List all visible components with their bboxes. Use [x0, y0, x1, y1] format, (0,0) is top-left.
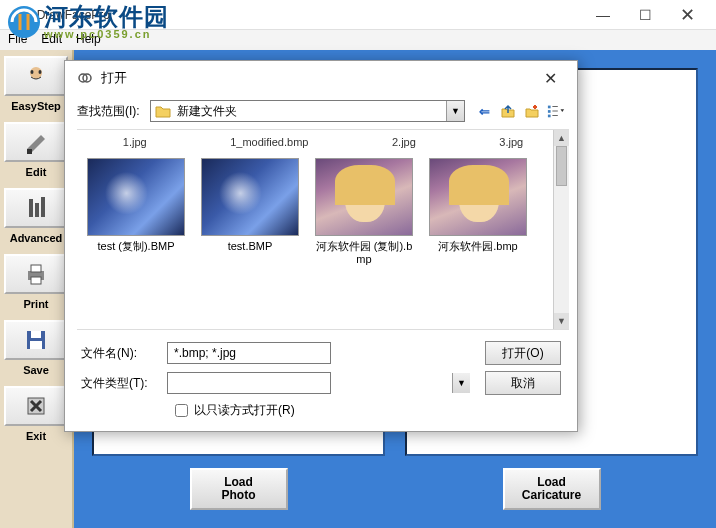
- dialog-icon: [77, 70, 93, 86]
- file-name-partial[interactable]: 1_modified.bmp: [230, 136, 308, 148]
- svg-point-5: [39, 70, 42, 74]
- readonly-checkbox[interactable]: [175, 404, 188, 417]
- load-photo-button[interactable]: LoadPhoto: [190, 468, 288, 510]
- svg-point-1: [12, 9, 20, 17]
- svg-rect-2: [12, 16, 20, 22]
- nav-up-icon[interactable]: [499, 102, 517, 120]
- svg-rect-17: [548, 110, 551, 113]
- file-name: 河东软件园 (复制).bmp: [312, 240, 416, 266]
- menu-bar: File Edit Help: [0, 30, 716, 50]
- file-scrollbar[interactable]: ▲ ▼: [553, 130, 569, 329]
- print-label: Print: [4, 298, 68, 310]
- menu-edit[interactable]: Edit: [41, 32, 62, 48]
- app-icon: [8, 7, 24, 23]
- dialog-titlebar: 打开 ✕: [65, 61, 577, 95]
- file-item[interactable]: 河东软件园 (复制).bmp: [309, 158, 419, 266]
- svg-rect-16: [548, 106, 551, 109]
- svg-rect-9: [31, 277, 41, 284]
- nav-views-icon[interactable]: [547, 102, 565, 120]
- advanced-label: Advanced: [4, 232, 68, 244]
- file-thumbnail: [315, 158, 413, 236]
- app-title: uDrawFacePro: [30, 8, 110, 22]
- filetype-dropdown-arrow-icon[interactable]: ▼: [452, 373, 470, 393]
- file-thumbnail: [201, 158, 299, 236]
- svg-rect-11: [31, 331, 41, 338]
- file-name-partial[interactable]: 2.jpg: [392, 136, 416, 148]
- sidebar: EasyStep Edit Advanced Print Save Exit: [0, 50, 74, 528]
- dropdown-arrow-icon[interactable]: ▼: [446, 101, 464, 121]
- svg-rect-6: [27, 149, 32, 154]
- menu-file[interactable]: File: [8, 32, 27, 48]
- scroll-thumb[interactable]: [556, 146, 567, 186]
- dialog-close-button[interactable]: ✕: [535, 65, 565, 91]
- edit-button[interactable]: [4, 122, 68, 162]
- open-file-dialog: 打开 ✕ 查找范围(I): 新建文件夹 ▼ ⇐ 1.jpg 1_modified…: [64, 60, 578, 432]
- svg-rect-18: [548, 115, 551, 118]
- minimize-button[interactable]: —: [582, 1, 624, 29]
- window-titlebar: uDrawFacePro — ☐ ✕: [0, 0, 716, 30]
- exit-label: Exit: [4, 430, 68, 442]
- easystep-label: EasyStep: [4, 100, 68, 112]
- filename-input[interactable]: [167, 342, 331, 364]
- dialog-title: 打开: [101, 69, 127, 87]
- svg-rect-12: [30, 341, 42, 349]
- file-name: test.BMP: [228, 240, 273, 253]
- menu-help[interactable]: Help: [76, 32, 101, 48]
- advanced-button[interactable]: [4, 188, 68, 228]
- save-label: Save: [4, 364, 68, 376]
- file-item[interactable]: test.BMP: [195, 158, 305, 266]
- exit-button[interactable]: [4, 386, 68, 426]
- file-thumbnail: [87, 158, 185, 236]
- file-name-partial[interactable]: 3.jpg: [499, 136, 523, 148]
- look-in-label: 查找范围(I):: [77, 103, 140, 120]
- file-name-partial[interactable]: 1.jpg: [123, 136, 147, 148]
- current-folder: 新建文件夹: [177, 103, 237, 120]
- save-button[interactable]: [4, 320, 68, 360]
- nav-back-icon[interactable]: ⇐: [475, 102, 493, 120]
- load-caricature-button[interactable]: LoadCaricature: [503, 468, 601, 510]
- file-name: 河东软件园.bmp: [438, 240, 517, 253]
- folder-icon: [155, 104, 171, 118]
- edit-label: Edit: [4, 166, 68, 178]
- svg-point-4: [31, 70, 34, 74]
- close-button[interactable]: ✕: [666, 1, 708, 29]
- svg-rect-8: [31, 265, 41, 272]
- maximize-button[interactable]: ☐: [624, 1, 666, 29]
- cancel-button[interactable]: 取消: [485, 371, 561, 395]
- filetype-label: 文件类型(T):: [81, 375, 153, 392]
- file-list[interactable]: 1.jpg 1_modified.bmp 2.jpg 3.jpg test (复…: [77, 129, 569, 330]
- look-in-dropdown[interactable]: 新建文件夹 ▼: [150, 100, 465, 122]
- open-button[interactable]: 打开(O): [485, 341, 561, 365]
- file-item[interactable]: test (复制).BMP: [81, 158, 191, 266]
- print-button[interactable]: [4, 254, 68, 294]
- filename-label: 文件名(N):: [81, 345, 153, 362]
- scroll-up-icon[interactable]: ▲: [554, 130, 569, 146]
- file-thumbnail: [429, 158, 527, 236]
- scroll-down-icon[interactable]: ▼: [554, 313, 569, 329]
- easystep-button[interactable]: [4, 56, 68, 96]
- filetype-dropdown[interactable]: [167, 372, 331, 394]
- file-name: test (复制).BMP: [97, 240, 174, 253]
- nav-newfolder-icon[interactable]: [523, 102, 541, 120]
- readonly-label: 以只读方式打开(R): [194, 402, 295, 419]
- file-item[interactable]: 河东软件园.bmp: [423, 158, 533, 266]
